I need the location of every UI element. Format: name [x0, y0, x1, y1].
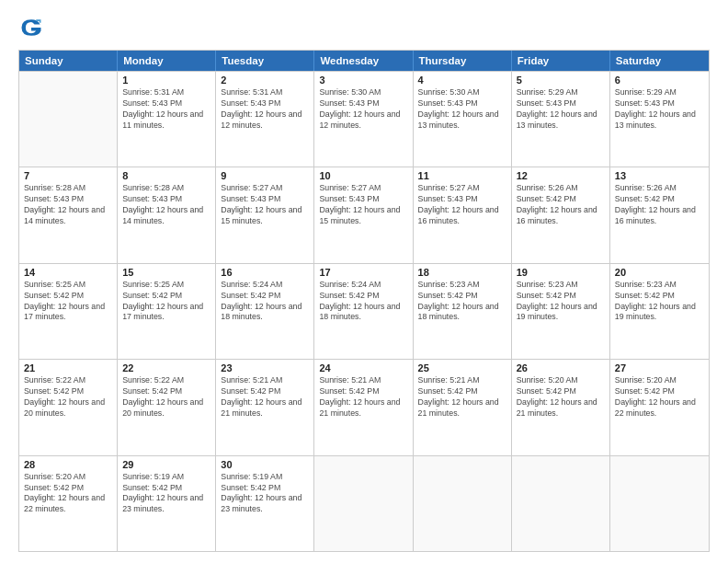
cell-date: 17: [319, 267, 407, 278]
calendar-cell: 10Sunrise: 5:27 AM Sunset: 5:43 PM Dayli…: [314, 167, 413, 262]
logo: [18, 15, 48, 40]
calendar-cell: 23Sunrise: 5:21 AM Sunset: 5:42 PM Dayli…: [216, 360, 314, 454]
cell-info: Sunrise: 5:26 AM Sunset: 5:42 PM Dayligh…: [517, 183, 605, 227]
calendar-body: 1Sunrise: 5:31 AM Sunset: 5:43 PM Daylig…: [19, 71, 709, 551]
cell-date: 24: [319, 362, 407, 373]
calendar-row: 7Sunrise: 5:28 AM Sunset: 5:43 PM Daylig…: [19, 167, 709, 262]
cell-info: Sunrise: 5:23 AM Sunset: 5:42 PM Dayligh…: [615, 280, 704, 324]
header: [18, 15, 710, 40]
cell-info: Sunrise: 5:27 AM Sunset: 5:43 PM Dayligh…: [418, 183, 506, 227]
cell-info: Sunrise: 5:25 AM Sunset: 5:42 PM Dayligh…: [122, 280, 210, 324]
calendar-cell: [512, 456, 610, 551]
calendar-header-cell: Saturday: [610, 51, 709, 71]
cell-info: Sunrise: 5:20 AM Sunset: 5:42 PM Dayligh…: [517, 375, 605, 419]
cell-info: Sunrise: 5:21 AM Sunset: 5:42 PM Dayligh…: [319, 375, 407, 419]
calendar-cell: 4Sunrise: 5:30 AM Sunset: 5:43 PM Daylig…: [414, 72, 512, 167]
calendar-cell: 21Sunrise: 5:22 AM Sunset: 5:42 PM Dayli…: [19, 360, 118, 454]
calendar-cell: 1Sunrise: 5:31 AM Sunset: 5:43 PM Daylig…: [118, 72, 216, 167]
calendar-row: 28Sunrise: 5:20 AM Sunset: 5:42 PM Dayli…: [19, 455, 709, 551]
calendar-cell: 15Sunrise: 5:25 AM Sunset: 5:42 PM Dayli…: [118, 264, 216, 359]
calendar-cell: 13Sunrise: 5:26 AM Sunset: 5:42 PM Dayli…: [610, 167, 709, 262]
cell-info: Sunrise: 5:19 AM Sunset: 5:42 PM Dayligh…: [122, 472, 210, 516]
cell-date: 2: [221, 75, 309, 86]
calendar-cell: [610, 456, 709, 551]
cell-date: 10: [319, 170, 407, 181]
calendar-cell: 9Sunrise: 5:27 AM Sunset: 5:43 PM Daylig…: [216, 167, 314, 262]
cell-date: 8: [122, 170, 210, 181]
cell-info: Sunrise: 5:24 AM Sunset: 5:42 PM Dayligh…: [319, 280, 407, 324]
cell-date: 29: [122, 459, 210, 470]
cell-date: 9: [221, 170, 309, 181]
cell-date: 6: [615, 75, 704, 86]
cell-date: 5: [517, 75, 605, 86]
cell-info: Sunrise: 5:21 AM Sunset: 5:42 PM Dayligh…: [221, 375, 309, 419]
page: SundayMondayTuesdayWednesdayThursdayFrid…: [0, 0, 728, 563]
calendar-cell: 26Sunrise: 5:20 AM Sunset: 5:42 PM Dayli…: [512, 360, 610, 454]
cell-date: 4: [418, 75, 506, 86]
cell-info: Sunrise: 5:30 AM Sunset: 5:43 PM Dayligh…: [319, 87, 407, 132]
cell-info: Sunrise: 5:22 AM Sunset: 5:42 PM Dayligh…: [24, 375, 112, 419]
calendar-header-cell: Friday: [512, 51, 610, 71]
cell-info: Sunrise: 5:21 AM Sunset: 5:42 PM Dayligh…: [418, 375, 506, 419]
cell-info: Sunrise: 5:23 AM Sunset: 5:42 PM Dayligh…: [517, 280, 605, 324]
cell-info: Sunrise: 5:23 AM Sunset: 5:42 PM Dayligh…: [418, 280, 506, 324]
calendar-cell: 6Sunrise: 5:29 AM Sunset: 5:43 PM Daylig…: [610, 72, 709, 167]
cell-date: 16: [221, 267, 309, 278]
cell-info: Sunrise: 5:27 AM Sunset: 5:43 PM Dayligh…: [319, 183, 407, 227]
calendar-cell: 28Sunrise: 5:20 AM Sunset: 5:42 PM Dayli…: [19, 456, 118, 551]
cell-info: Sunrise: 5:25 AM Sunset: 5:42 PM Dayligh…: [24, 280, 112, 324]
cell-info: Sunrise: 5:28 AM Sunset: 5:43 PM Dayligh…: [24, 183, 112, 227]
calendar-cell: 27Sunrise: 5:20 AM Sunset: 5:42 PM Dayli…: [610, 360, 709, 454]
cell-date: 18: [418, 267, 506, 278]
cell-date: 14: [24, 267, 112, 278]
cell-info: Sunrise: 5:20 AM Sunset: 5:42 PM Dayligh…: [615, 375, 704, 419]
calendar-cell: 11Sunrise: 5:27 AM Sunset: 5:43 PM Dayli…: [414, 167, 512, 262]
calendar-header-cell: Thursday: [414, 51, 512, 71]
cell-date: 11: [418, 170, 506, 181]
cell-info: Sunrise: 5:30 AM Sunset: 5:43 PM Dayligh…: [418, 87, 506, 132]
calendar-header-cell: Tuesday: [216, 51, 314, 71]
cell-date: 28: [24, 459, 112, 470]
cell-date: 12: [517, 170, 605, 181]
calendar-cell: 2Sunrise: 5:31 AM Sunset: 5:43 PM Daylig…: [216, 72, 314, 167]
calendar-cell: 12Sunrise: 5:26 AM Sunset: 5:42 PM Dayli…: [512, 167, 610, 262]
cell-info: Sunrise: 5:28 AM Sunset: 5:43 PM Dayligh…: [122, 183, 210, 227]
calendar-cell: [19, 72, 118, 167]
cell-info: Sunrise: 5:20 AM Sunset: 5:42 PM Dayligh…: [24, 472, 112, 516]
cell-info: Sunrise: 5:26 AM Sunset: 5:42 PM Dayligh…: [615, 183, 704, 227]
calendar-cell: 14Sunrise: 5:25 AM Sunset: 5:42 PM Dayli…: [19, 264, 118, 359]
cell-date: 26: [517, 362, 605, 373]
cell-date: 20: [615, 267, 704, 278]
calendar-header-cell: Sunday: [19, 51, 118, 71]
cell-date: 25: [418, 362, 506, 373]
cell-date: 19: [517, 267, 605, 278]
cell-info: Sunrise: 5:29 AM Sunset: 5:43 PM Dayligh…: [615, 87, 704, 132]
cell-date: 22: [122, 362, 210, 373]
cell-date: 15: [122, 267, 210, 278]
calendar-cell: 16Sunrise: 5:24 AM Sunset: 5:42 PM Dayli…: [216, 264, 314, 359]
cell-date: 7: [24, 170, 112, 181]
calendar-header-cell: Wednesday: [314, 51, 413, 71]
cell-info: Sunrise: 5:31 AM Sunset: 5:43 PM Dayligh…: [122, 87, 210, 132]
cell-date: 21: [24, 362, 112, 373]
logo-icon: [18, 15, 44, 40]
calendar-cell: [314, 456, 413, 551]
cell-info: Sunrise: 5:31 AM Sunset: 5:43 PM Dayligh…: [221, 87, 309, 132]
calendar-header-cell: Monday: [118, 51, 216, 71]
cell-date: 30: [221, 459, 309, 470]
calendar-cell: 18Sunrise: 5:23 AM Sunset: 5:42 PM Dayli…: [414, 264, 512, 359]
calendar-cell: 8Sunrise: 5:28 AM Sunset: 5:43 PM Daylig…: [118, 167, 216, 262]
calendar-cell: 24Sunrise: 5:21 AM Sunset: 5:42 PM Dayli…: [314, 360, 413, 454]
calendar-cell: [414, 456, 512, 551]
cell-date: 27: [615, 362, 704, 373]
calendar-cell: 3Sunrise: 5:30 AM Sunset: 5:43 PM Daylig…: [314, 72, 413, 167]
cell-date: 23: [221, 362, 309, 373]
calendar-row: 21Sunrise: 5:22 AM Sunset: 5:42 PM Dayli…: [19, 359, 709, 454]
calendar-cell: 17Sunrise: 5:24 AM Sunset: 5:42 PM Dayli…: [314, 264, 413, 359]
calendar-cell: 20Sunrise: 5:23 AM Sunset: 5:42 PM Dayli…: [610, 264, 709, 359]
calendar-header: SundayMondayTuesdayWednesdayThursdayFrid…: [19, 51, 709, 71]
calendar: SundayMondayTuesdayWednesdayThursdayFrid…: [18, 50, 710, 552]
calendar-cell: 19Sunrise: 5:23 AM Sunset: 5:42 PM Dayli…: [512, 264, 610, 359]
cell-info: Sunrise: 5:24 AM Sunset: 5:42 PM Dayligh…: [221, 280, 309, 324]
cell-info: Sunrise: 5:19 AM Sunset: 5:42 PM Dayligh…: [221, 472, 309, 516]
